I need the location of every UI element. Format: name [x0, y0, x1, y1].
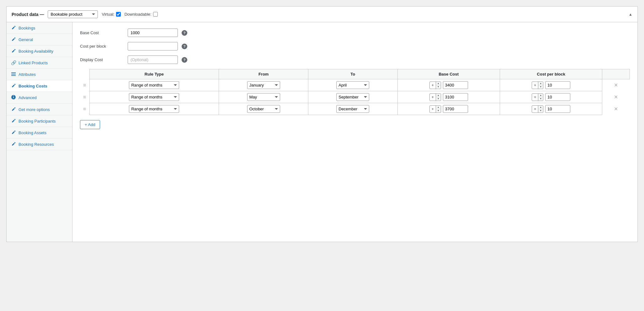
sidebar-label-booking-assets: Booking Assets [19, 130, 46, 135]
base-cost-down[interactable]: ▼ [436, 85, 441, 88]
sidebar-label-booking-participants: Booking Participants [19, 119, 56, 124]
base-cost-up[interactable]: ▲ [436, 82, 441, 85]
to-cell: JanuaryFebruaryMarchAprilMayJuneJulyAugu… [308, 91, 397, 103]
cpb-up[interactable]: ▲ [538, 82, 543, 85]
to-month-select[interactable]: JanuaryFebruaryMarchAprilMayJuneJulyAugu… [336, 81, 369, 89]
drag-handle[interactable]: ≡ [83, 106, 86, 112]
base-cost-plus-label: + [430, 94, 436, 101]
base-cost-cell: + ▲ ▼ [397, 103, 500, 115]
drag-handle[interactable]: ≡ [83, 94, 86, 100]
sidebar-item-get-more-options[interactable]: Get more options [7, 104, 72, 115]
base-cost-value-input[interactable] [443, 93, 468, 101]
cpb-spinner: + ▲ ▼ [532, 93, 543, 101]
svg-rect-0 [11, 72, 16, 73]
product-data-panel: Product data — Bookable product Virtual:… [6, 6, 638, 242]
cpb-plus-label: + [532, 106, 538, 113]
from-month-select[interactable]: JanuaryFebruaryMarchAprilMayJuneJulyAugu… [247, 81, 280, 89]
col-to: To [308, 69, 397, 79]
rule-type-cell: Range of monthsDate rangeTime rangeDay o… [89, 79, 219, 91]
cost-per-block-row: Cost per block ? [80, 42, 630, 50]
remove-cell: ✕ [602, 79, 630, 91]
base-cost-up[interactable]: ▲ [436, 106, 441, 109]
display-cost-input[interactable] [128, 55, 178, 64]
cpb-down[interactable]: ▼ [538, 85, 543, 88]
cost-per-block-input[interactable] [128, 42, 178, 50]
cost-per-block-value-input[interactable] [545, 93, 570, 101]
base-cost-input[interactable] [128, 29, 178, 37]
collapse-arrow[interactable]: ▲ [629, 12, 632, 17]
sidebar-icon-booking-availability [11, 49, 16, 54]
sidebar-item-bookings[interactable]: Bookings [7, 22, 72, 34]
main-content: Base Cost ? Cost per block ? Display Cos… [72, 22, 637, 242]
to-cell: JanuaryFebruaryMarchAprilMayJuneJulyAugu… [308, 103, 397, 115]
to-month-select[interactable]: JanuaryFebruaryMarchAprilMayJuneJulyAugu… [336, 105, 369, 113]
downloadable-group: Downloadable: [125, 12, 158, 17]
display-cost-row: Display Cost ? [80, 55, 630, 64]
rule-type-select[interactable]: Range of monthsDate rangeTime rangeDay o… [129, 93, 179, 101]
rules-table: Rule Type From To Base Cost Cost per blo… [80, 69, 630, 115]
rule-type-cell: Range of monthsDate rangeTime rangeDay o… [89, 91, 219, 103]
sidebar-item-linked-products[interactable]: 🔗Linked Products [7, 57, 72, 69]
to-month-select[interactable]: JanuaryFebruaryMarchAprilMayJuneJulyAugu… [336, 93, 369, 101]
sidebar-icon-booking-resources [11, 142, 16, 147]
sidebar-item-booking-resources[interactable]: Booking Resources [7, 139, 72, 150]
from-cell: JanuaryFebruaryMarchAprilMayJuneJulyAugu… [219, 79, 308, 91]
cpb-up[interactable]: ▲ [538, 94, 543, 97]
virtual-label: Virtual: [102, 12, 114, 17]
cpb-down[interactable]: ▼ [538, 97, 543, 100]
sidebar-icon-bookings [11, 25, 16, 30]
sidebar-label-booking-availability: Booking Availability [19, 49, 53, 54]
base-cost-down[interactable]: ▼ [436, 97, 441, 100]
rule-type-select[interactable]: Range of monthsDate rangeTime rangeDay o… [129, 81, 179, 89]
from-month-select[interactable]: JanuaryFebruaryMarchAprilMayJuneJulyAugu… [247, 105, 280, 113]
base-cost-up[interactable]: ▲ [436, 94, 441, 97]
panel-header: Product data — Bookable product Virtual:… [7, 7, 637, 22]
table-row: ≡Range of monthsDate rangeTime rangeDay … [80, 79, 630, 91]
display-cost-help-icon[interactable]: ? [182, 57, 187, 63]
sidebar-item-booking-availability[interactable]: Booking Availability [7, 45, 72, 57]
remove-row-button[interactable]: ✕ [613, 94, 619, 100]
sidebar-label-general: General [19, 37, 33, 42]
sidebar-label-linked-products: Linked Products [19, 61, 48, 65]
cpb-up[interactable]: ▲ [538, 106, 543, 109]
remove-row-button[interactable]: ✕ [613, 106, 619, 112]
cpb-plus-label: + [532, 94, 538, 101]
cpb-spinner: + ▲ ▼ [532, 105, 543, 113]
sidebar-label-advanced: Advanced [19, 95, 37, 100]
rule-type-select[interactable]: Range of monthsDate rangeTime rangeDay o… [129, 105, 179, 113]
base-cost-label: Base Cost [80, 30, 124, 35]
sidebar-item-booking-participants[interactable]: Booking Participants [7, 115, 72, 127]
downloadable-label: Downloadable: [125, 12, 152, 17]
sidebar-icon-advanced [11, 95, 16, 100]
base-cost-value-input[interactable] [443, 81, 468, 89]
cost-per-block-label: Cost per block [80, 44, 124, 49]
sidebar-item-advanced[interactable]: Advanced [7, 92, 72, 104]
sidebar-item-booking-costs[interactable]: Booking Costs [7, 80, 72, 92]
display-cost-label: Display Cost [80, 57, 124, 62]
cost-per-block-help-icon[interactable]: ? [182, 44, 187, 49]
sidebar-item-attributes[interactable]: Attributes [7, 69, 72, 80]
col-base-cost: Base Cost [397, 69, 500, 79]
sidebar-item-booking-assets[interactable]: Booking Assets [7, 127, 72, 139]
from-month-select[interactable]: JanuaryFebruaryMarchAprilMayJuneJulyAugu… [247, 93, 280, 101]
drag-handle[interactable]: ≡ [83, 82, 86, 88]
add-rule-button[interactable]: + Add [80, 120, 100, 129]
base-cost-help-icon[interactable]: ? [182, 30, 187, 36]
table-row: ≡Range of monthsDate rangeTime rangeDay … [80, 103, 630, 115]
remove-cell: ✕ [602, 91, 630, 103]
base-cost-value-input[interactable] [443, 105, 468, 113]
sidebar-icon-linked-products: 🔗 [11, 60, 16, 65]
sidebar-item-general[interactable]: General [7, 34, 72, 45]
cost-per-block-value-input[interactable] [545, 81, 570, 89]
base-cost-cell: + ▲ ▼ [397, 79, 500, 91]
base-cost-down[interactable]: ▼ [436, 109, 441, 112]
cost-per-block-value-input[interactable] [545, 105, 570, 113]
product-type-select[interactable]: Bookable product [48, 10, 98, 18]
downloadable-checkbox[interactable] [153, 12, 158, 17]
virtual-checkbox[interactable] [116, 12, 121, 17]
sidebar-label-attributes: Attributes [19, 72, 36, 77]
cpb-down[interactable]: ▼ [538, 109, 543, 112]
sidebar: BookingsGeneralBooking Availability🔗Link… [7, 22, 72, 242]
remove-row-button[interactable]: ✕ [613, 82, 619, 88]
drag-handle-cell: ≡ [80, 91, 89, 103]
